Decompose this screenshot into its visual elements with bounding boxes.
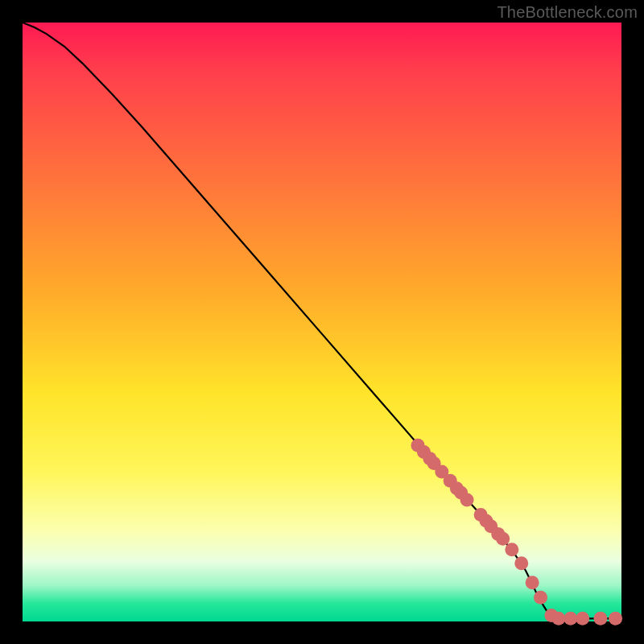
data-point-marker	[460, 493, 474, 506]
data-point-marker	[551, 612, 565, 625]
data-point-marker	[505, 543, 518, 556]
data-point-marker	[514, 556, 528, 570]
data-point-marker	[534, 591, 547, 605]
data-point-marker	[576, 612, 589, 625]
data-point-marker	[609, 612, 622, 625]
chart-overlay	[23, 23, 621, 621]
data-point-marker	[526, 576, 539, 589]
chart-stage: TheBottleneck.com	[0, 0, 644, 644]
data-point-marker	[593, 612, 607, 625]
data-point-marker	[496, 532, 510, 546]
source-credit: TheBottleneck.com	[497, 3, 638, 22]
data-point-marker	[564, 612, 577, 625]
plot-area	[23, 23, 621, 621]
bottleneck-curve	[23, 23, 621, 618]
